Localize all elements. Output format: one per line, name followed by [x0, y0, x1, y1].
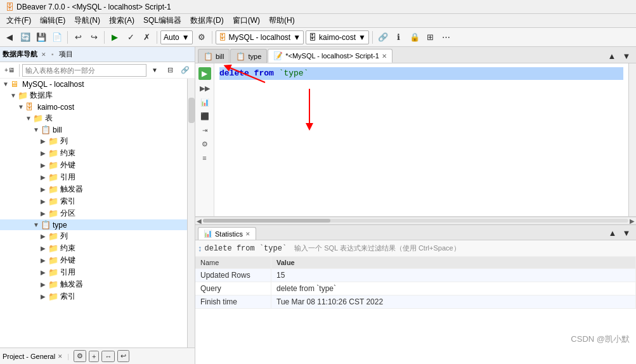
- stats-tab-bar: 📊 Statistics ✕ ▲ ▼: [195, 225, 636, 240]
- filter-sql-icon: ↕: [198, 244, 202, 253]
- link-btn[interactable]: 🔗: [178, 63, 192, 77]
- menu-sql-editor[interactable]: SQL编辑器: [140, 15, 185, 27]
- idx-arrow-icon: ▶: [41, 198, 48, 205]
- toolbar-new-btn[interactable]: 📄: [50, 30, 64, 44]
- part-arrow-icon: ▶: [41, 210, 48, 217]
- editor-tab-bar: 📋 bill 📋 type 📝 *<MySQL - localhost> Scr…: [195, 47, 636, 63]
- stats-menu-btn[interactable]: ▼: [620, 226, 633, 240]
- collapse-all-btn[interactable]: ⊟: [163, 63, 177, 77]
- tree-type-refs[interactable]: ▶ 📁 引用: [0, 266, 187, 278]
- tree-bill-refs[interactable]: ▶ 📁 引用: [0, 171, 187, 183]
- menu-edit[interactable]: 编辑(E): [36, 15, 69, 27]
- tree-type-table[interactable]: ▼ 📋 type: [0, 219, 187, 230]
- tab-script1[interactable]: 📝 *<MySQL - localhost> Script-1 ✕: [268, 49, 393, 63]
- tree-bill-constraints[interactable]: ▶ 📁 约束: [0, 147, 187, 159]
- project-link-icon[interactable]: ↔: [101, 351, 115, 362]
- toolbar-refresh-btn[interactable]: 🔄: [18, 30, 32, 44]
- menu-file[interactable]: 文件(F): [3, 15, 35, 27]
- tree-tables[interactable]: ▼ 📁 表: [0, 112, 187, 124]
- type-triggers-label: 触发器: [60, 279, 83, 290]
- tree-scrollbar[interactable]: [187, 79, 195, 348]
- editor-v-scrollbar[interactable]: [628, 63, 636, 216]
- project-settings-icon[interactable]: ⚙: [74, 350, 86, 362]
- menu-nav[interactable]: 导航(N): [70, 15, 104, 27]
- explain-btn[interactable]: 📊: [198, 96, 211, 108]
- type-const-arrow-icon: ▶: [41, 245, 48, 252]
- toolbar-back-btn[interactable]: ◀: [3, 30, 16, 44]
- stats-tab[interactable]: 📊 Statistics ✕: [198, 227, 256, 240]
- type-index-icon: 📁: [48, 292, 58, 301]
- type-constraints-icon: 📁: [48, 244, 58, 253]
- connection-dropdown[interactable]: 🗄 MySQL - localhost ▼: [216, 30, 304, 44]
- run-sql-btn[interactable]: ▶: [198, 67, 211, 80]
- menu-help[interactable]: 帮助(H): [265, 15, 299, 27]
- toolbar-info-btn[interactable]: ℹ: [392, 30, 406, 44]
- schema-icon: 🗄: [309, 33, 316, 42]
- bill-label: bill: [53, 126, 62, 134]
- type-fk-arrow-icon: ▶: [41, 257, 48, 264]
- tree-bill-columns[interactable]: ▶ 📁 列: [0, 135, 187, 147]
- project-general-label[interactable]: Project - General: [3, 353, 55, 360]
- tree-kaimo-cost[interactable]: ▼ 🗄 kaimo-cost: [0, 101, 187, 112]
- tree-bill-fk[interactable]: ▶ 📁 外键: [0, 159, 187, 171]
- databases-label: 数据库: [30, 90, 53, 101]
- separator5: [372, 31, 373, 44]
- bill-tab-label: bill: [216, 53, 224, 60]
- tree-bill-index[interactable]: ▶ 📁 索引: [0, 195, 187, 207]
- tab-expand-btn[interactable]: ▲: [605, 49, 619, 63]
- auto-dropdown[interactable]: Auto ▼: [160, 30, 193, 44]
- toolbar-settings-icon[interactable]: ⚙: [195, 30, 209, 44]
- toolbar-commit-btn[interactable]: ✓: [124, 30, 138, 44]
- tree-mysql-host[interactable]: ▼ 🖥 MySQL - localhost: [0, 79, 187, 89]
- stop-btn[interactable]: ⬛: [198, 110, 211, 122]
- tree-type-index[interactable]: ▶ 📁 索引: [0, 290, 187, 302]
- db-search-input[interactable]: [22, 64, 146, 77]
- type-fk-icon: 📁: [48, 256, 58, 265]
- project-tab-label[interactable]: 项目: [59, 49, 73, 59]
- project-add-icon[interactable]: +: [89, 351, 99, 362]
- scroll-right-btn[interactable]: ▶: [630, 218, 635, 224]
- constraints-label: 约束: [60, 148, 75, 159]
- menu-database[interactable]: 数据库(D): [186, 15, 228, 27]
- separator4: [212, 31, 212, 44]
- tree-bill-table[interactable]: ▼ 📋 bill: [0, 124, 187, 135]
- tree-bill-partition[interactable]: ▶ 📁 分区: [0, 207, 187, 219]
- toolbar-redo-btn[interactable]: ↪: [87, 30, 101, 44]
- database-folder-icon: 📁: [18, 91, 28, 100]
- toggle-panel-icon[interactable]: ≡: [198, 152, 211, 164]
- sql-content[interactable]: delete from `type`: [214, 63, 628, 216]
- toolbar-rollback-btn[interactable]: ✗: [140, 30, 153, 44]
- menu-window[interactable]: 窗口(W): [229, 15, 264, 27]
- tree-type-constraints[interactable]: ▶ 📁 约束: [0, 242, 187, 254]
- format-btn[interactable]: ⇥: [198, 124, 211, 136]
- run-script-btn[interactable]: ▶▶: [198, 82, 211, 94]
- scroll-left-btn[interactable]: ◀: [197, 218, 202, 224]
- project-arrow-icon[interactable]: ↩: [117, 350, 129, 362]
- toolbar-sync-btn[interactable]: 🔗: [376, 30, 390, 44]
- schema-dropdown[interactable]: 🗄 kaimo-cost ▼: [306, 30, 369, 44]
- stats-expand-btn[interactable]: ▲: [606, 226, 620, 240]
- tree-type-columns[interactable]: ▶ 📁 列: [0, 230, 187, 242]
- tab-menu-btn[interactable]: ▼: [620, 49, 633, 63]
- tab-type[interactable]: 📋 type: [230, 49, 267, 63]
- toolbar-extra-btn[interactable]: ⋯: [439, 30, 453, 44]
- stats-close-icon[interactable]: ✕: [245, 231, 250, 237]
- new-conn-btn[interactable]: +🖥: [3, 63, 16, 77]
- toolbar-undo-btn[interactable]: ↩: [71, 30, 85, 44]
- tree-bill-triggers[interactable]: ▶ 📁 触发器: [0, 183, 187, 195]
- tree-type-fk[interactable]: ▶ 📁 外键: [0, 254, 187, 266]
- tab-close-icon[interactable]: ✕: [382, 53, 387, 60]
- filter-btn[interactable]: ▼: [148, 63, 162, 77]
- h-scrollbar[interactable]: ◀ ▶: [195, 217, 636, 224]
- toolbar-lock-btn[interactable]: 🔒: [408, 30, 422, 44]
- partition-folder-icon: 📁: [48, 209, 58, 218]
- tree-type-triggers[interactable]: ▶ 📁 触发器: [0, 278, 187, 290]
- toolbar-run-btn[interactable]: ▶: [108, 30, 122, 44]
- type-table-label: type: [53, 221, 67, 230]
- settings2-icon[interactable]: ⚙: [198, 138, 211, 150]
- tab-bill[interactable]: 📋 bill: [198, 49, 230, 63]
- toolbar-expand-btn[interactable]: ⊞: [424, 30, 438, 44]
- toolbar-save-btn[interactable]: 💾: [34, 30, 48, 44]
- menu-search[interactable]: 搜索(A): [105, 15, 138, 27]
- tree-databases[interactable]: ▼ 📁 数据库: [0, 89, 187, 101]
